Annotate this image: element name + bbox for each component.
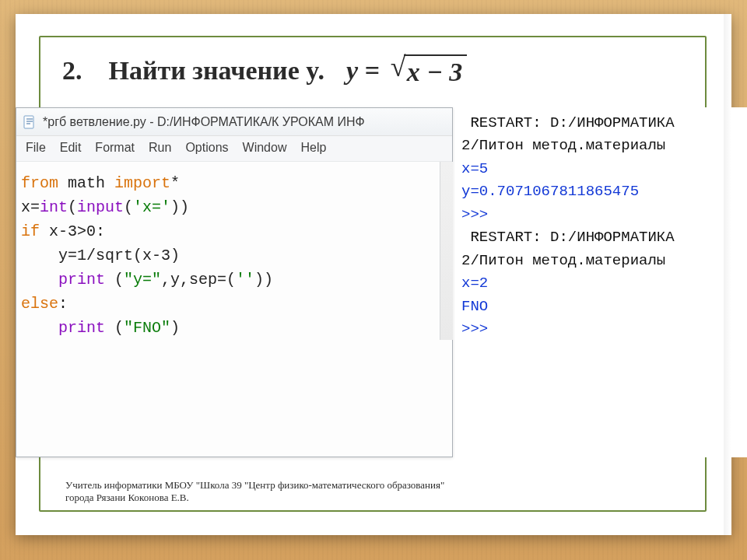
restart-1b: 2/Питон метод.материалы — [461, 137, 665, 154]
l2d: )) — [170, 198, 189, 216]
l5b: ( — [105, 271, 124, 289]
l2c: ( — [124, 198, 133, 216]
cond: x-3>0: — [40, 222, 105, 240]
menu-help[interactable]: Help — [300, 141, 326, 155]
menu-edit[interactable]: Edit — [60, 141, 82, 155]
editor-title: *ргб ветвление.ру - D:/ИНФОРМАТИКА/К УРО… — [43, 115, 365, 129]
fn-input: input — [77, 198, 124, 216]
formula-radicand: x − 3 — [404, 54, 468, 87]
l2a: x= — [21, 198, 40, 216]
str-fno: "FNO" — [124, 319, 170, 337]
restart-2b: 2/Питон метод.материалы — [461, 252, 665, 269]
fn-print2: print — [58, 319, 105, 337]
footer-line-1: Учитель информатики МБОУ "Школа 39 "Цент… — [65, 479, 626, 492]
l5c: ,y,sep=( — [161, 271, 236, 289]
l6c: : — [58, 295, 68, 313]
slide-footer: Учитель информатики МБОУ "Школа 39 "Цент… — [65, 479, 626, 505]
svg-rect-0 — [24, 116, 33, 128]
menu-file[interactable]: File — [26, 141, 46, 155]
footer-line-2: города Рязани Коконова Е.В. — [65, 492, 626, 504]
idle-editor-window: *ргб ветвление.ру - D:/ИНФОРМАТИКА/К УРО… — [16, 107, 453, 457]
kw-else: else — [21, 295, 58, 313]
kw-from: from — [21, 174, 58, 192]
kw-import: import — [114, 174, 170, 192]
editor-titlebar: *ргб ветвление.ру - D:/ИНФОРМАТИКА/К УРО… — [16, 108, 452, 136]
heading-number: 2. — [62, 56, 82, 86]
out-x1: x=5 — [461, 160, 488, 177]
fn-int: int — [40, 198, 68, 216]
slide-heading: 2. Найти значение y. y = √ x − 3 — [62, 54, 467, 87]
page-edge-shadow — [724, 14, 731, 535]
str-xeq: 'x=' — [133, 198, 170, 216]
out-x2: x=2 — [461, 275, 488, 292]
star: * — [170, 174, 180, 192]
menu-options[interactable]: Options — [185, 141, 228, 155]
restart-1a: RESTART: D:/ИНФОРМАТИКА — [461, 114, 675, 131]
out-fno: FNO — [461, 298, 488, 315]
l7b: ( — [105, 319, 124, 337]
mod-math: math — [58, 174, 114, 192]
formula-lhs: y = — [346, 56, 380, 86]
slide-card: 2. Найти значение y. y = √ x − 3 *ргб ве… — [16, 14, 731, 535]
code-area[interactable]: from math import* x=int(input('x=')) if … — [16, 162, 452, 340]
menu-format[interactable]: Format — [95, 141, 135, 155]
radical-icon: √ — [391, 53, 406, 81]
editor-menubar: File Edit Format Run Options Window Help — [16, 136, 452, 162]
heading-title: Найти значение y. — [109, 56, 324, 86]
l5a — [21, 271, 58, 289]
sqrt-expression: √ x − 3 — [391, 54, 467, 87]
kw-if: if — [21, 222, 40, 240]
python-file-icon — [23, 115, 37, 129]
l7c: ) — [170, 319, 180, 337]
idle-shell-output: RESTART: D:/ИНФОРМАТИКА 2/Питон метод.ма… — [455, 107, 747, 457]
heading-formula: y = √ x − 3 — [346, 54, 467, 87]
str-yeq: "y=" — [124, 271, 161, 289]
l2b: ( — [68, 198, 77, 216]
out-y1: y=0.7071067811865475 — [461, 183, 639, 200]
l5d: )) — [254, 271, 273, 289]
l7a — [21, 319, 58, 337]
l4: y=1/sqrt(x-3) — [21, 247, 180, 264]
restart-2a: RESTART: D:/ИНФОРМАТИКА — [461, 229, 675, 246]
prompt-1: >>> — [461, 206, 497, 223]
fn-print1: print — [58, 271, 105, 289]
prompt-2: >>> — [461, 320, 497, 338]
str-empty: '' — [236, 271, 254, 289]
menu-run[interactable]: Run — [149, 141, 171, 155]
menu-window[interactable]: Window — [243, 141, 287, 155]
editor-scrollbar[interactable] — [440, 162, 453, 340]
